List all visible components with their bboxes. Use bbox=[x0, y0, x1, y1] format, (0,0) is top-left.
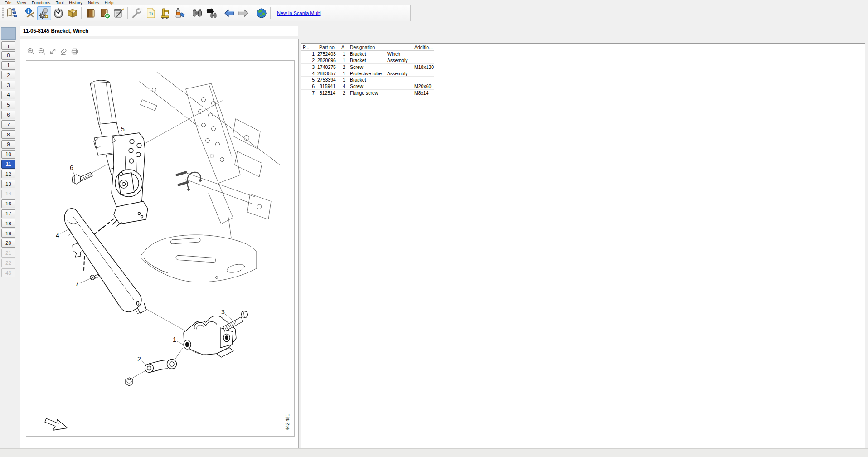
book-confirm-button[interactable] bbox=[97, 6, 112, 20]
sidebar-group-8[interactable]: 8 bbox=[1, 130, 15, 139]
callout-5: 5 bbox=[121, 126, 125, 133]
product-info-button[interactable] bbox=[23, 6, 37, 20]
sidebar-group-16[interactable]: 16 bbox=[1, 199, 15, 208]
menu-history[interactable]: History bbox=[66, 0, 85, 5]
table-row[interactable]: 127524031BracketWinch bbox=[301, 51, 865, 57]
table-cell: 1 bbox=[301, 51, 317, 57]
web-button[interactable] bbox=[254, 6, 268, 20]
table-cell bbox=[412, 96, 434, 102]
table-cell: Screw bbox=[348, 64, 385, 70]
table-cell: 815941 bbox=[317, 83, 338, 89]
components-button[interactable] bbox=[37, 6, 51, 20]
table-cell: M20x60 bbox=[412, 83, 434, 89]
screw-7 bbox=[90, 274, 99, 280]
table-row[interactable]: 428835571Protective tubeAssembly bbox=[301, 70, 865, 77]
sidebar-group-0[interactable]: 0 bbox=[1, 51, 15, 60]
page-title: 11-05-8145 Bracket, Winch bbox=[20, 26, 298, 36]
group-sidebar: i012345678910111213141617181920212243 bbox=[1, 27, 16, 278]
sidebar-group-12[interactable]: 12 bbox=[1, 170, 15, 178]
equipment-button[interactable] bbox=[158, 6, 172, 20]
column-header[interactable] bbox=[385, 44, 412, 51]
search-button[interactable] bbox=[190, 6, 204, 20]
sidebar-group-17[interactable]: 17 bbox=[1, 209, 15, 218]
sidebar-group-21: 21 bbox=[1, 249, 15, 258]
lubricant-button[interactable] bbox=[172, 6, 186, 20]
forward-button[interactable] bbox=[236, 6, 250, 20]
fit-view-icon bbox=[48, 47, 57, 56]
column-header[interactable]: Designation bbox=[348, 44, 385, 51]
toolbar: Ti bbox=[0, 5, 411, 21]
sidebar-group-7[interactable]: 7 bbox=[1, 120, 15, 129]
sidebar-group-20[interactable]: 20 bbox=[1, 239, 15, 248]
sidebar-group-5[interactable]: 5 bbox=[1, 101, 15, 109]
table-cell bbox=[301, 96, 317, 102]
menu-tool[interactable]: Tool bbox=[53, 0, 66, 5]
book-button[interactable] bbox=[83, 6, 97, 20]
callout-4: 4 bbox=[56, 232, 59, 239]
back-button[interactable] bbox=[222, 6, 236, 20]
protective-tube-4 bbox=[64, 209, 146, 314]
print-button[interactable] bbox=[70, 47, 79, 56]
ti-document-button[interactable]: Ti bbox=[144, 6, 158, 20]
parts-tree-button[interactable] bbox=[5, 6, 19, 20]
package-button[interactable] bbox=[65, 6, 79, 20]
table-row[interactable]: 228206961BracketAssembly bbox=[301, 57, 865, 63]
advanced-search-icon bbox=[205, 7, 217, 19]
table-cell: Bracket bbox=[348, 51, 385, 57]
drawing-canvas[interactable]: 1 2 3 4 5 6 7 442 481 bbox=[26, 60, 295, 437]
toolbar-grip[interactable] bbox=[2, 7, 4, 19]
notes-button[interactable] bbox=[112, 6, 126, 20]
table-cell: 2 bbox=[301, 57, 317, 63]
table-row[interactable]: 68159414ScrewM20x60 bbox=[301, 83, 865, 89]
sidebar-group-6[interactable]: 6 bbox=[1, 111, 15, 119]
fit-view-button[interactable] bbox=[48, 47, 57, 56]
callout-3: 3 bbox=[221, 308, 225, 316]
table-row[interactable]: 527533941Bracket bbox=[301, 77, 865, 83]
table-cell: M18x130 bbox=[412, 64, 434, 70]
sidebar-group-18[interactable]: 18 bbox=[1, 219, 15, 228]
notes-icon bbox=[113, 7, 125, 19]
table-cell bbox=[385, 64, 412, 70]
advanced-search-button[interactable] bbox=[204, 6, 218, 20]
sidebar-group-i[interactable]: i bbox=[1, 41, 15, 50]
zoom-in-button[interactable] bbox=[26, 47, 35, 56]
sidebar-group-1[interactable]: 1 bbox=[1, 61, 15, 70]
table-row[interactable]: 78125142Flange screwM8x14 bbox=[301, 90, 865, 96]
table-cell bbox=[412, 70, 434, 77]
sidebar-group-22: 22 bbox=[1, 259, 15, 267]
eraser-icon bbox=[59, 47, 68, 56]
zoom-out-button[interactable] bbox=[37, 47, 46, 56]
zoom-in-icon bbox=[27, 47, 35, 56]
table-cell: Assembly bbox=[385, 57, 412, 63]
column-header[interactable]: A bbox=[338, 44, 348, 51]
table-cell: 6 bbox=[301, 83, 317, 89]
callout-7: 7 bbox=[75, 280, 79, 287]
new-in-scania-multi-link[interactable]: New in Scania Multi bbox=[277, 10, 321, 16]
sidebar-group-10[interactable]: 10 bbox=[1, 150, 15, 159]
sidebar-group-13[interactable]: 13 bbox=[1, 180, 15, 188]
history-stopwatch-button[interactable] bbox=[51, 6, 65, 20]
table-cell: 812514 bbox=[317, 90, 338, 96]
column-header[interactable]: Additio... bbox=[412, 44, 434, 51]
book-icon bbox=[85, 7, 97, 19]
sidebar-group-9[interactable]: 9 bbox=[1, 140, 15, 149]
menu-notes[interactable]: Notes bbox=[85, 0, 102, 5]
sidebar-group-19[interactable]: 19 bbox=[1, 229, 15, 238]
drawing-toolbar bbox=[26, 47, 79, 56]
sidebar-group-3[interactable]: 3 bbox=[1, 81, 15, 89]
menu-view[interactable]: View bbox=[14, 0, 29, 5]
parts-table-panel: P...Part no.ADesignationAdditio...127524… bbox=[301, 43, 865, 448]
eraser-button[interactable] bbox=[59, 47, 68, 56]
sidebar-group-4[interactable]: 4 bbox=[1, 91, 15, 99]
menu-file[interactable]: File bbox=[2, 0, 14, 5]
menu-help[interactable]: Help bbox=[102, 0, 116, 5]
menu-functions[interactable]: Functions bbox=[29, 0, 53, 5]
forward-arrow-icon bbox=[238, 7, 249, 19]
column-header[interactable]: P... bbox=[301, 44, 317, 51]
column-header[interactable]: Part no. bbox=[317, 44, 338, 51]
sidebar-group-11[interactable]: 11 bbox=[1, 160, 15, 169]
table-cell: 1 bbox=[338, 77, 348, 83]
sidebar-group-2[interactable]: 2 bbox=[1, 71, 15, 79]
tool-button[interactable] bbox=[130, 6, 144, 20]
table-row[interactable]: 317402752ScrewM18x130 bbox=[301, 64, 865, 70]
